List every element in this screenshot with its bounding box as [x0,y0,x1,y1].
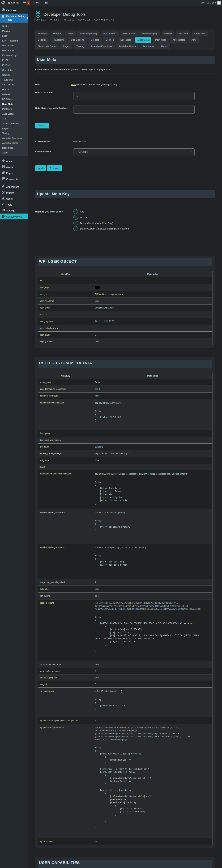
svg-text:W: W [2,16,4,18]
svg-text:W: W [2,2,4,4]
svg-text:W: W [36,13,40,17]
